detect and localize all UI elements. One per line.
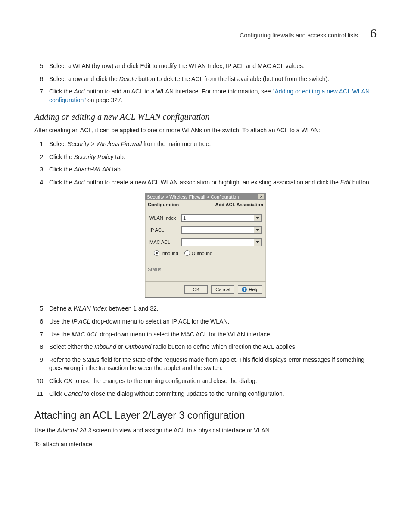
help-icon: ? bbox=[242, 287, 247, 292]
status-label: Status: bbox=[148, 267, 162, 272]
dialog-tab-left: Configuration bbox=[148, 202, 179, 207]
direction-radios: Inbound Outbound bbox=[149, 250, 262, 259]
wlan-index-row: WLAN Index 1 bbox=[149, 214, 262, 222]
steps-list-a: Select a WLAN (by row) and click Edit to… bbox=[34, 62, 377, 104]
mac-acl-field[interactable] bbox=[181, 238, 262, 246]
step-b1: Select Security > Wireless Firewall from… bbox=[47, 140, 377, 149]
header-section: Configuring firewalls and access control… bbox=[240, 32, 358, 39]
wlan-index-label: WLAN Index bbox=[149, 215, 181, 221]
intro-paragraph: After creating an ACL, it can be applied… bbox=[34, 126, 377, 135]
dialog-breadcrumb: Security > Wireless Firewall > Configura… bbox=[147, 194, 239, 199]
outbound-radio[interactable]: Outbound bbox=[184, 250, 212, 256]
page-header: Configuring firewalls and access control… bbox=[34, 26, 377, 40]
dialog-titlebar: Security > Wireless Firewall > Configura… bbox=[145, 193, 266, 200]
close-icon[interactable]: ✕ bbox=[258, 194, 264, 199]
step-c5: Define a WLAN Index between 1 and 32. bbox=[47, 305, 377, 313]
wlan-index-field[interactable]: 1 bbox=[181, 214, 262, 222]
step-b3: Click the Attach-WLAN tab. bbox=[47, 165, 377, 174]
chapter-number: 6 bbox=[370, 26, 377, 40]
cancel-button[interactable]: Cancel bbox=[211, 285, 234, 294]
radio-empty-icon bbox=[184, 250, 190, 256]
dialog-button-row: OK Cancel ?Help bbox=[145, 281, 266, 297]
chevron-down-icon[interactable] bbox=[254, 215, 261, 221]
mac-acl-label: MAC ACL bbox=[149, 240, 181, 245]
step-c11: Click Cancel to close the dialog without… bbox=[47, 390, 377, 398]
dialog-tab-right: Add ACL Association bbox=[215, 202, 263, 207]
ip-acl-label: IP ACL bbox=[149, 227, 181, 233]
chevron-down-icon[interactable] bbox=[254, 239, 261, 246]
ip-acl-field[interactable] bbox=[181, 226, 262, 234]
dialog-tabs: Configuration Add ACL Association bbox=[145, 200, 266, 209]
step-a5: Select a WLAN (by row) and click Edit to… bbox=[47, 62, 377, 71]
heading-attach-l2l3: Attaching an ACL Layer 2/Layer 3 configu… bbox=[34, 409, 377, 421]
subheading-adding-editing: Adding or editing a new ACL WLAN configu… bbox=[34, 112, 377, 122]
status-area: Status: bbox=[145, 262, 266, 281]
radio-dot-icon bbox=[154, 250, 159, 256]
step-a6: Select a row and click the Delete button… bbox=[47, 75, 377, 84]
ip-acl-row: IP ACL bbox=[149, 226, 262, 234]
add-acl-dialog: Security > Wireless Firewall > Configura… bbox=[145, 193, 266, 298]
step-c8: Select either the Inbound or Outbound ra… bbox=[47, 343, 377, 352]
steps-list-c: Define a WLAN Index between 1 and 32. Us… bbox=[34, 305, 377, 398]
ok-button[interactable]: OK bbox=[184, 285, 208, 294]
para-to-attach: To attach an interface: bbox=[34, 440, 377, 449]
mac-acl-row: MAC ACL bbox=[149, 238, 262, 246]
dialog-figure: Security > Wireless Firewall > Configura… bbox=[34, 193, 377, 298]
step-b2: Click the Security Policy tab. bbox=[47, 153, 377, 162]
step-c7: Use the MAC ACL drop-down menu to select… bbox=[47, 330, 377, 339]
inbound-radio[interactable]: Inbound bbox=[154, 250, 178, 256]
step-c9: Refer to the Status field for the state … bbox=[47, 356, 377, 373]
steps-list-b: Select Security > Wireless Firewall from… bbox=[34, 140, 377, 187]
step-b4: Click the Add button to create a new ACL… bbox=[47, 178, 377, 187]
step-c10: Click OK to use the changes to the runni… bbox=[47, 377, 377, 386]
help-button[interactable]: ?Help bbox=[238, 285, 262, 294]
step-a7: Click the Add button to add an ACL to a … bbox=[47, 87, 377, 104]
para-attach-l2l3: Use the Attach-L2/L3 screen to view and … bbox=[34, 426, 377, 435]
chevron-down-icon[interactable] bbox=[254, 227, 261, 233]
step-c6: Use the IP ACL drop-down menu to select … bbox=[47, 317, 377, 326]
